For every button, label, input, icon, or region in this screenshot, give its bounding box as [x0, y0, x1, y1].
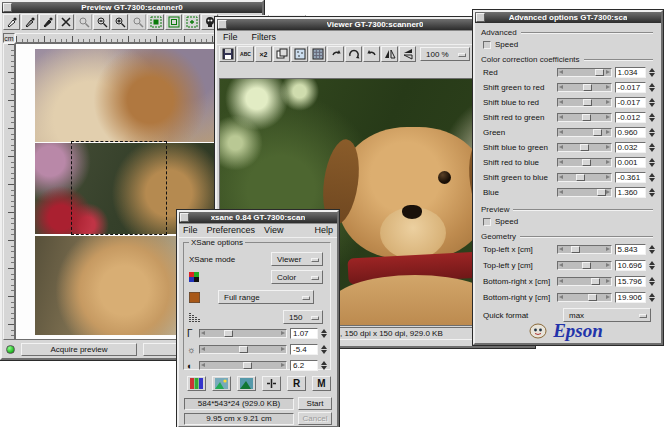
restore-button[interactable]: R [287, 376, 306, 391]
geo-value[interactable]: 19.906 [615, 292, 646, 303]
viewer-menu-file[interactable]: File [223, 32, 238, 42]
cc-value[interactable]: -0.012 [615, 112, 646, 123]
cc-value[interactable]: 0.960 [615, 127, 646, 138]
cc-slider[interactable] [557, 188, 612, 197]
cc-value[interactable]: 1.360 [615, 187, 646, 198]
xsane-menu-view[interactable]: View [264, 225, 283, 235]
cc-value[interactable]: -0.017 [615, 97, 646, 108]
cc-slider[interactable] [557, 173, 612, 182]
slider-handle[interactable] [588, 294, 597, 301]
save-icon[interactable] [219, 46, 236, 62]
cc-value[interactable]: 1.034 [615, 67, 646, 78]
auto-enhance-icon[interactable] [212, 376, 231, 391]
mirror-x-icon[interactable] [381, 46, 398, 62]
acquire-preview-button[interactable]: Acquire preview [21, 343, 137, 356]
restore-enhance-icon[interactable] [262, 376, 281, 391]
preview-titlebar[interactable]: Preview GT-7300:scanner0 [2, 2, 262, 13]
gamma-value[interactable]: 1.07 [290, 328, 318, 339]
cc-slider[interactable] [557, 68, 612, 77]
select-full-area-icon[interactable] [147, 14, 164, 30]
preview-speed-checkbox[interactable]: Speed [483, 217, 518, 226]
window-menu-button[interactable] [476, 13, 485, 22]
slider-handle[interactable] [582, 262, 591, 269]
slider-handle[interactable] [597, 189, 606, 196]
cc-slider[interactable] [557, 158, 612, 167]
cc-spinner[interactable] [649, 158, 655, 167]
contrast-slider[interactable] [199, 361, 287, 370]
brightness-slider[interactable] [199, 345, 287, 354]
slider-handle[interactable] [576, 174, 585, 181]
contrast-spinner[interactable] [321, 361, 327, 370]
select-visible-area-icon[interactable] [165, 14, 182, 30]
geo-spinner[interactable] [649, 277, 655, 286]
cc-spinner[interactable] [649, 113, 655, 122]
slider-handle[interactable] [580, 144, 589, 151]
clone-icon[interactable] [273, 46, 290, 62]
contrast-value[interactable]: 6.2 [290, 360, 318, 371]
mirror-y-icon[interactable] [399, 46, 416, 62]
autoselect-area-icon[interactable] [183, 14, 200, 30]
zoom-in-icon[interactable] [111, 14, 128, 30]
cc-value[interactable]: 0.032 [615, 142, 646, 153]
selection-rect[interactable] [71, 141, 167, 235]
cc-value[interactable]: -0.361 [615, 172, 646, 183]
cc-spinner[interactable] [649, 128, 655, 137]
cc-spinner[interactable] [649, 98, 655, 107]
slider-handle[interactable] [595, 69, 604, 76]
cc-value[interactable]: 0.001 [615, 157, 646, 168]
medium-select[interactable]: Full range [218, 290, 314, 304]
slider-handle[interactable] [583, 84, 592, 91]
geo-spinner[interactable] [649, 245, 655, 254]
geo-slider[interactable] [557, 277, 612, 286]
pipette-gray-icon[interactable] [21, 14, 38, 30]
geo-value[interactable]: 10.696 [615, 260, 646, 271]
cc-spinner[interactable] [649, 83, 655, 92]
cc-spinner[interactable] [649, 68, 655, 77]
cc-value[interactable]: -0.017 [615, 82, 646, 93]
cc-spinner[interactable] [649, 143, 655, 152]
xsane-menu-preferences[interactable]: Preferences [207, 225, 256, 235]
geo-spinner[interactable] [649, 261, 655, 270]
gamma-slider[interactable] [199, 329, 287, 338]
rotate-right-icon[interactable] [327, 46, 344, 62]
cc-slider[interactable] [557, 143, 612, 152]
slider-handle[interactable] [591, 278, 600, 285]
advanced-titlebar[interactable]: Advanced options GT-7300:sca [475, 12, 661, 23]
geo-value[interactable]: 5.843 [615, 244, 646, 255]
cc-slider[interactable] [557, 98, 612, 107]
brightness-spinner[interactable] [321, 345, 327, 354]
xsane-titlebar[interactable]: xsane 0.84 GT-7300:scan [179, 212, 337, 223]
xsane-menu-help[interactable]: Help [314, 225, 333, 235]
geo-spinner[interactable] [649, 293, 655, 302]
geo-value[interactable]: 15.796 [615, 276, 646, 287]
geo-slider[interactable] [557, 261, 612, 270]
xsane-menu-file[interactable]: File [183, 225, 198, 235]
geo-slider[interactable] [557, 293, 612, 302]
viewer-menu-filters[interactable]: Filters [252, 32, 277, 42]
rotate-left-icon[interactable] [363, 46, 380, 62]
xsane-mode-select[interactable]: Viewer [271, 252, 323, 266]
slider-handle[interactable] [571, 246, 580, 253]
ocr-icon[interactable]: ABC [237, 46, 254, 62]
viewer-zoom-select[interactable]: 100 % [420, 47, 470, 61]
despeckle-icon[interactable] [291, 46, 308, 62]
window-menu-button[interactable] [3, 3, 12, 12]
cc-slider[interactable] [557, 83, 612, 92]
pipette-black-icon[interactable] [39, 14, 56, 30]
window-menu-button[interactable] [218, 20, 227, 29]
cc-slider[interactable] [557, 128, 612, 137]
zoom-out-icon[interactable] [93, 14, 110, 30]
cc-spinner[interactable] [649, 173, 655, 182]
delete-selection-icon[interactable] [57, 14, 74, 30]
slider-handle[interactable] [583, 99, 592, 106]
window-menu-button[interactable] [180, 213, 189, 222]
cc-spinner[interactable] [649, 188, 655, 197]
geo-slider[interactable] [557, 245, 612, 254]
slider-handle[interactable] [582, 159, 591, 166]
slider-handle[interactable] [224, 330, 233, 337]
resolution-select[interactable]: 150 [283, 310, 323, 324]
slider-handle[interactable] [243, 362, 252, 369]
scale-icon[interactable]: ×2 [255, 46, 272, 62]
default-enhance-icon[interactable] [237, 376, 256, 391]
start-button[interactable]: Start [298, 397, 332, 410]
